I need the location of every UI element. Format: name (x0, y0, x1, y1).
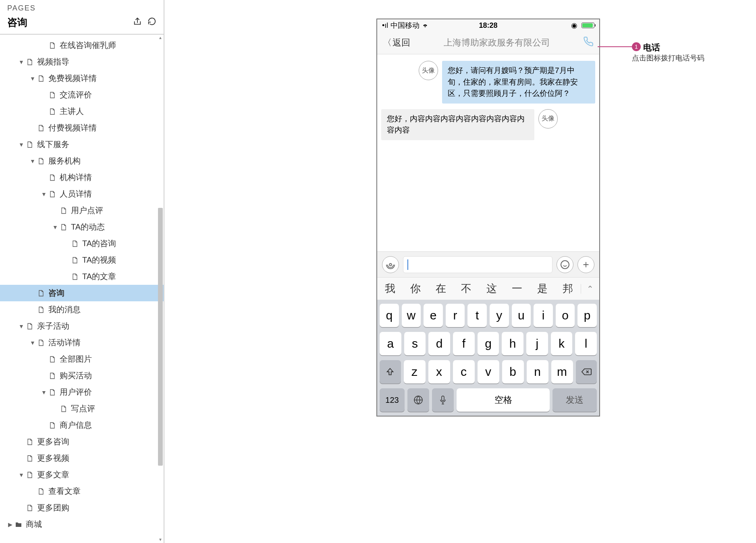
tree-item[interactable]: 写点评 (0, 400, 164, 417)
caret-down-icon[interactable]: ▼ (29, 75, 36, 82)
scrollbar[interactable]: ▲ ▼ (157, 35, 164, 543)
predictive-candidate[interactable]: 邦 (555, 282, 581, 296)
avatar[interactable]: 头像 (538, 109, 558, 128)
key-x[interactable]: x (428, 360, 450, 383)
tree-item[interactable]: ▶商城 (0, 516, 164, 533)
caret-down-icon[interactable]: ▼ (18, 323, 25, 330)
key-e[interactable]: e (424, 304, 443, 327)
tree-item[interactable]: ▼人员详情 (0, 186, 164, 202)
voice-input-button[interactable] (382, 256, 399, 273)
predictive-candidate[interactable]: 是 (530, 282, 555, 296)
caret-down-icon[interactable]: ▼ (52, 224, 59, 230)
key-c[interactable]: c (453, 360, 475, 383)
mic-key[interactable] (432, 388, 454, 412)
key-v[interactable]: v (478, 360, 499, 383)
key-g[interactable]: g (478, 332, 499, 355)
emoji-button[interactable] (557, 256, 573, 273)
key-m[interactable]: m (551, 360, 573, 383)
chevron-up-icon[interactable]: ⌃ (581, 284, 599, 294)
tree-item[interactable]: ▼活动详情 (0, 334, 164, 351)
caret-down-icon[interactable]: ▼ (40, 389, 48, 396)
key-o[interactable]: o (556, 304, 575, 327)
space-key[interactable]: 空格 (457, 388, 550, 412)
back-button[interactable]: 〈 返回 (383, 37, 410, 49)
tree-item[interactable]: ▼TA的动态 (0, 219, 164, 235)
tree-item[interactable]: ▼亲子活动 (0, 318, 164, 334)
shift-key[interactable] (380, 360, 401, 383)
tree-item[interactable]: 购买活动 (0, 367, 164, 384)
caret-down-icon[interactable]: ▼ (18, 141, 25, 148)
key-n[interactable]: n (527, 360, 548, 383)
tree-item[interactable]: 商户信息 (0, 417, 164, 433)
tree-item[interactable]: ▼用户评价 (0, 384, 164, 400)
tree-item[interactable]: TA的视频 (0, 252, 164, 268)
tree-item[interactable]: 我的消息 (0, 301, 164, 318)
key-a[interactable]: a (380, 332, 401, 355)
share-icon[interactable] (133, 17, 142, 28)
key-z[interactable]: z (404, 360, 426, 383)
tree-item[interactable]: 机构详情 (0, 169, 164, 186)
key-s[interactable]: s (404, 332, 426, 355)
key-r[interactable]: r (446, 304, 465, 327)
tree-item[interactable]: 交流评价 (0, 87, 164, 103)
add-button[interactable] (577, 256, 594, 273)
key-b[interactable]: b (502, 360, 524, 383)
tree-item[interactable]: TA的文章 (0, 268, 164, 285)
tree-item[interactable]: ▼免费视频详情 (0, 70, 164, 87)
key-k[interactable]: k (551, 332, 573, 355)
predictive-candidate[interactable]: 不 (453, 282, 479, 296)
page-tree[interactable]: 在线咨询催乳师▼视频指导▼免费视频详情交流评价主讲人付费视频详情▼线下服务▼服务… (0, 35, 164, 543)
key-q[interactable]: q (380, 304, 399, 327)
scroll-down-icon[interactable]: ▼ (157, 537, 164, 543)
key-t[interactable]: t (467, 304, 487, 327)
caret-down-icon[interactable]: ▼ (29, 340, 36, 346)
tree-item[interactable]: 主讲人 (0, 103, 164, 120)
tree-item[interactable]: 更多视频 (0, 450, 164, 466)
predictive-candidate[interactable]: 我 (377, 282, 403, 296)
numeric-key[interactable]: 123 (380, 388, 405, 412)
predictive-candidate[interactable]: 一 (505, 282, 530, 296)
predictive-candidate[interactable]: 你 (403, 282, 428, 296)
refresh-icon[interactable] (147, 17, 156, 28)
key-y[interactable]: y (490, 304, 509, 327)
phone-icon[interactable] (583, 36, 594, 49)
tree-item[interactable]: 付费视频详情 (0, 120, 164, 136)
tree-item[interactable]: 更多团购 (0, 499, 164, 516)
chat-area[interactable]: 您好，请问有月嫂吗？预产期是7月中旬，住家的，家里有房间。我家在静安区，只需要照… (377, 54, 599, 251)
key-f[interactable]: f (453, 332, 475, 355)
tree-item[interactable]: 更多咨询 (0, 433, 164, 450)
key-j[interactable]: j (526, 332, 548, 355)
tree-item[interactable]: TA的咨询 (0, 235, 164, 252)
caret-right-icon[interactable]: ▶ (6, 521, 14, 528)
predictive-candidate[interactable]: 在 (428, 282, 453, 296)
key-d[interactable]: d (428, 332, 450, 355)
tree-item[interactable]: ▼线下服务 (0, 136, 164, 153)
send-key[interactable]: 发送 (552, 388, 597, 412)
delete-key[interactable] (576, 360, 597, 383)
caret-down-icon[interactable]: ▼ (29, 158, 36, 164)
caret-down-icon[interactable]: ▼ (18, 472, 25, 478)
globe-key[interactable] (407, 388, 429, 412)
message-input[interactable] (403, 256, 552, 273)
tree-item[interactable]: ▼视频指导 (0, 54, 164, 70)
caret-down-icon[interactable]: ▼ (18, 59, 25, 65)
caret-down-icon[interactable]: ▼ (40, 191, 48, 197)
tree-item[interactable]: ▼服务机构 (0, 153, 164, 169)
svg-point-0 (389, 263, 392, 266)
tree-item[interactable]: 咨询 (0, 285, 164, 301)
key-l[interactable]: l (575, 332, 597, 355)
tree-item[interactable]: 全部图片 (0, 351, 164, 367)
tree-item[interactable]: ▼更多文章 (0, 466, 164, 483)
key-w[interactable]: w (402, 304, 421, 327)
scroll-up-icon[interactable]: ▲ (157, 35, 164, 41)
scroll-thumb[interactable] (158, 208, 163, 466)
key-p[interactable]: p (577, 304, 597, 327)
key-h[interactable]: h (502, 332, 523, 355)
key-u[interactable]: u (512, 304, 531, 327)
predictive-candidate[interactable]: 这 (479, 282, 505, 296)
tree-item[interactable]: 用户点评 (0, 202, 164, 219)
tree-item[interactable]: 在线咨询催乳师 (0, 37, 164, 54)
tree-item[interactable]: 查看文章 (0, 483, 164, 499)
avatar[interactable]: 头像 (419, 61, 438, 80)
key-i[interactable]: i (534, 304, 553, 327)
